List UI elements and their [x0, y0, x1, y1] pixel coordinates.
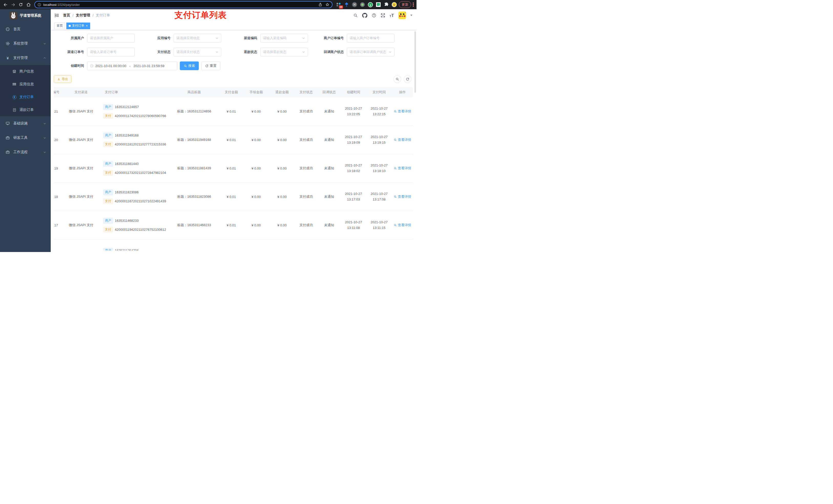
- share-icon[interactable]: [318, 3, 322, 7]
- forward-icon[interactable]: [10, 1, 16, 8]
- command-extension-icon[interactable]: ⌘: [352, 2, 357, 7]
- merchant-order-number: 1635311881440: [115, 162, 139, 166]
- view-detail-link[interactable]: 查看详情: [394, 223, 411, 227]
- close-icon[interactable]: ×: [86, 24, 88, 27]
- date-end-value: 2021-10-31 23:59:59: [134, 64, 164, 68]
- scrollbar-thumb[interactable]: [414, 31, 416, 93]
- browser-menu-icon[interactable]: •••: [413, 2, 414, 7]
- cell-order-numbers: 商户1635311254796: [101, 239, 169, 250]
- help-icon[interactable]: [372, 13, 376, 18]
- sidebar-item-workflow[interactable]: 工作流程: [0, 145, 51, 159]
- view-detail-link[interactable]: 查看详情: [394, 194, 411, 199]
- app-select[interactable]: 请选择应用信息: [174, 34, 221, 43]
- sidebar-item-system[interactable]: 系统管理: [0, 37, 51, 51]
- filter-label-create-time: 创建时间: [54, 64, 87, 68]
- merchant-tag: 商户: [103, 248, 113, 250]
- site-info-icon[interactable]: [38, 3, 41, 7]
- y-extension-icon[interactable]: y: [368, 2, 373, 7]
- filter-label-channel-code: 渠道编码: [227, 36, 260, 41]
- table-row: 17 微信 JSAPI 支付 商户1635311468233 支付4200001…: [54, 211, 413, 239]
- cell-amount: ¥ 0.01: [220, 211, 243, 239]
- chevron-down-icon: [43, 151, 46, 154]
- merchant-order-number: 1635311254796: [115, 249, 139, 250]
- user-avatar[interactable]: [398, 11, 406, 19]
- tag-pay-order[interactable]: 支付订单×: [66, 23, 90, 29]
- cell-id: 17: [54, 211, 61, 239]
- notify-status-select[interactable]: 请选择订单回调商户状态: [347, 48, 395, 56]
- cell-action: 查看详情: [392, 97, 413, 125]
- sidebar-item-pay-order[interactable]: ¥ 支付订单: [0, 91, 51, 103]
- search-button[interactable]: 搜索: [180, 62, 199, 70]
- cell-pay-time: 2021-10-2713:19:15: [366, 126, 392, 154]
- pay-tag: 支付: [103, 198, 113, 204]
- back-icon[interactable]: [2, 1, 9, 8]
- sidebar-item-infrastructure[interactable]: 基础设施: [0, 116, 51, 130]
- breadcrumb-home[interactable]: 首页: [63, 13, 70, 18]
- avatar-dropdown-caret[interactable]: [410, 15, 412, 16]
- refresh-icon[interactable]: [404, 75, 411, 83]
- pay-status-select[interactable]: 请选择支付状态: [174, 48, 221, 56]
- channel-order-no-input[interactable]: 请输入渠道订单号: [87, 48, 135, 56]
- tag-home[interactable]: 首页: [54, 23, 65, 29]
- merchant-order-number: 1635312124657: [115, 105, 139, 109]
- refund-status-select[interactable]: 请选择退款状态: [260, 48, 308, 56]
- view-detail-link[interactable]: 查看详情: [394, 138, 411, 142]
- create-time-range-input[interactable]: 2021-10-01 00:00:00 - 2021-10-31 23:59:5…: [87, 62, 177, 70]
- fullscreen-icon[interactable]: [381, 13, 385, 18]
- toolbox-icon: [6, 150, 10, 154]
- pay-order-number: 4200001174202110278060590766: [115, 114, 166, 118]
- font-size-icon[interactable]: TT: [389, 13, 394, 18]
- sidebar-item-payment[interactable]: ¥ 支付管理: [0, 51, 51, 65]
- toggle-search-icon[interactable]: [394, 75, 401, 83]
- tags-view-bar: 首页 支付订单×: [51, 22, 416, 30]
- url-bar[interactable]: localhost:1024/pay/order: [34, 1, 332, 8]
- cell-order-numbers: 商户1635311881440 支付4200001173202110272847…: [101, 154, 169, 182]
- reload-icon[interactable]: [18, 1, 24, 8]
- breadcrumb-payment[interactable]: 支付管理: [76, 13, 90, 18]
- cell-status: 支付成功: [294, 154, 318, 182]
- sidebar-collapse-icon[interactable]: [54, 13, 60, 18]
- filter-label-merchant: 所属商户: [54, 36, 87, 41]
- merchant-order-no-input[interactable]: 请输入商户订单编号: [347, 34, 395, 43]
- sidebar-item-refund-order[interactable]: 退款订单: [0, 103, 51, 116]
- url-text[interactable]: localhost:1024/pay/order: [43, 3, 318, 7]
- cell-channel: 微信 JSAPI 支付: [61, 97, 101, 125]
- view-detail-link[interactable]: 查看详情: [394, 166, 411, 171]
- table-body: 21 微信 JSAPI 支付 商户1635312124657 支付4200001…: [54, 97, 413, 239]
- extensions-puzzle-icon[interactable]: [384, 2, 389, 7]
- export-button[interactable]: 导出: [54, 75, 71, 83]
- github-icon[interactable]: [362, 13, 367, 18]
- sidebar-item-label: 支付订单: [20, 95, 34, 99]
- bookmark-star-icon[interactable]: [325, 3, 329, 7]
- view-detail-link[interactable]: 查看详情: [394, 109, 411, 114]
- sidebar-item-merchant-info[interactable]: 商户信息: [0, 65, 51, 78]
- yen-icon: ¥: [6, 56, 10, 60]
- sidebar-item-label: 支付管理: [13, 55, 28, 60]
- table-row: 19 微信 JSAPI 支付 商户1635311881440 支付4200001…: [54, 154, 413, 183]
- sidebar-item-app-info[interactable]: 应用信息: [0, 78, 51, 91]
- channel-code-select[interactable]: 请输入渠道编码: [260, 34, 308, 43]
- sidebar-logo[interactable]: 芋道管理系统: [0, 9, 51, 22]
- kite-extension-icon[interactable]: [344, 2, 349, 7]
- table-row-partial: 商户1635311254796: [54, 239, 413, 250]
- chat-extension-icon[interactable]: [376, 2, 381, 7]
- profile-emoji-icon[interactable]: [392, 2, 397, 7]
- search-icon[interactable]: [353, 13, 358, 18]
- dot-extension-icon[interactable]: [360, 2, 365, 7]
- table-header: 编号 支付渠道 支付订单 商品标题 支付金额 手续金额 退款金额 支付状态 回调…: [54, 87, 413, 97]
- home-icon[interactable]: [25, 1, 32, 8]
- sidebar-item-label: 退款订单: [20, 107, 34, 112]
- grid-extension-icon[interactable]: 10: [336, 2, 341, 7]
- sidebar-item-home[interactable]: 首页: [0, 22, 51, 37]
- reset-button[interactable]: 重置: [201, 62, 220, 70]
- cell-channel: 微信 JSAPI 支付: [61, 126, 101, 154]
- browser-extensions: 10 ⌘ y: [336, 2, 397, 7]
- table-row: 20 微信 JSAPI 支付 商户1635311949168 支付4200001…: [54, 126, 413, 154]
- table-toolbar: 导出: [54, 75, 413, 83]
- cell-notify-status: 未通知: [318, 154, 341, 182]
- chevron-down-icon: [43, 122, 46, 125]
- browser-chrome: localhost:1024/pay/order 10 ⌘ y 更新 •••: [0, 0, 416, 9]
- sidebar-item-dev-tools[interactable]: 研发工具: [0, 130, 51, 145]
- merchant-input[interactable]: 请选择所属商户: [87, 34, 135, 43]
- browser-update-button[interactable]: 更新: [399, 1, 411, 8]
